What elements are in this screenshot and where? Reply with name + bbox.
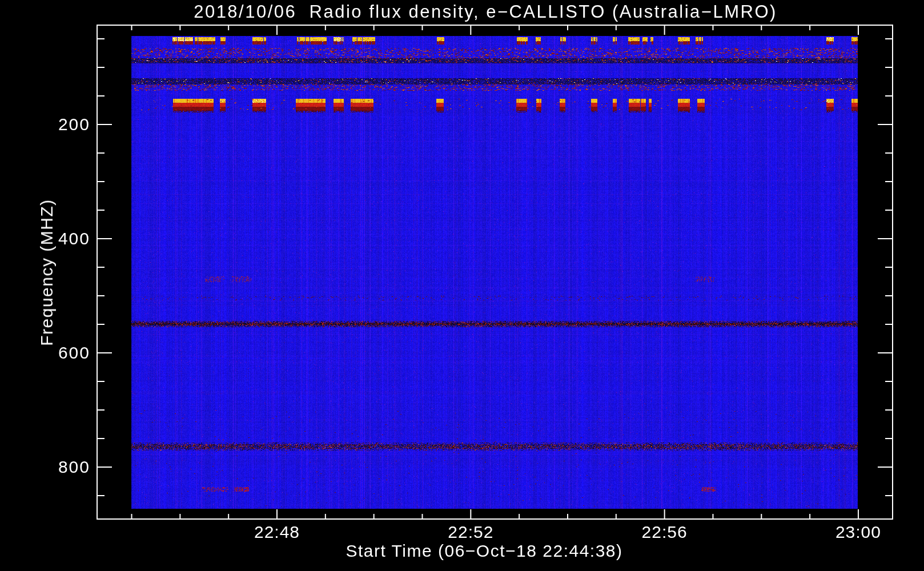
y-tick-label: 400 <box>0 230 90 248</box>
spectrogram-page: 2018/10/06 Radio flux density, e−CALLIST… <box>0 0 924 571</box>
y-tick-label: 800 <box>0 458 90 476</box>
x-axis-label: Start Time (06−Oct−18 22:44:38) <box>346 541 622 561</box>
x-tick-label: 23:00 <box>818 523 898 541</box>
x-tick-label: 22:48 <box>237 523 317 541</box>
x-tick-label: 22:56 <box>625 523 705 541</box>
y-tick-label: 200 <box>0 115 90 134</box>
page-title: 2018/10/06 Radio flux density, e−CALLIST… <box>194 2 777 22</box>
x-tick-label: 22:52 <box>431 523 511 541</box>
spectrogram-canvas <box>0 0 924 571</box>
y-tick-label: 600 <box>0 344 90 362</box>
y-axis-label: Frequency (MHZ) <box>37 199 57 346</box>
